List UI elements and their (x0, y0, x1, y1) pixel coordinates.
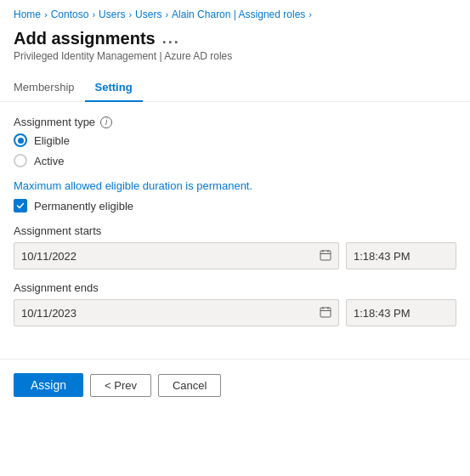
assignment-starts-row: 10/11/2022 1:18:43 PM (14, 242, 456, 269)
start-calendar-icon[interactable] (320, 249, 331, 264)
start-time-value: 1:18:43 PM (354, 250, 411, 263)
radio-eligible[interactable]: Eligible (14, 133, 456, 147)
cancel-button[interactable]: Cancel (158, 374, 221, 397)
assignment-type-label: Assignment type i (14, 116, 456, 128)
start-date-value: 10/11/2022 (21, 250, 76, 263)
assign-button[interactable]: Assign (14, 373, 83, 397)
assignment-ends-label: Assignment ends (14, 281, 456, 294)
breadcrumb-sep-3: › (128, 9, 132, 20)
more-options-icon[interactable]: ... (162, 30, 180, 48)
start-date-input[interactable]: 10/11/2022 (14, 242, 339, 269)
assignment-ends-field: Assignment ends 10/11/2023 1:18:43 PM (14, 281, 456, 326)
checkmark-icon (16, 201, 25, 210)
end-calendar-icon[interactable] (320, 306, 331, 320)
permanently-eligible-checkbox[interactable] (14, 199, 27, 212)
page-header: Add assignments ... Privileged Identity … (0, 26, 470, 67)
footer: Assign < Prev Cancel (0, 359, 470, 411)
radio-eligible-label: Eligible (34, 134, 70, 147)
permanently-eligible-label: Permanently eligible (34, 200, 133, 212)
form-content: Assignment type i Eligible Active Maximu… (0, 102, 470, 352)
breadcrumb-users-1[interactable]: Users (99, 8, 125, 20)
tabs: Membership Setting (0, 74, 470, 102)
radio-active-label: Active (34, 155, 64, 167)
end-date-input[interactable]: 10/11/2023 (14, 299, 339, 326)
assignment-type-field: Assignment type i Eligible Active (14, 116, 456, 167)
end-time-input[interactable]: 1:18:43 PM (346, 299, 456, 326)
breadcrumb-contoso[interactable]: Contoso (51, 8, 89, 20)
radio-active-circle (14, 154, 27, 167)
permanently-eligible-row[interactable]: Permanently eligible (14, 199, 456, 212)
page-title-text: Add assignments (14, 29, 156, 48)
prev-button[interactable]: < Prev (90, 374, 151, 397)
tab-setting[interactable]: Setting (85, 74, 143, 102)
info-message: Maximum allowed eligible duration is per… (14, 179, 456, 192)
svg-rect-4 (320, 308, 331, 317)
breadcrumb-users-2[interactable]: Users (135, 8, 161, 20)
radio-eligible-circle (14, 133, 27, 147)
breadcrumb-assigned-roles[interactable]: Alain Charon | Assigned roles (172, 8, 305, 20)
radio-active[interactable]: Active (14, 154, 456, 167)
breadcrumb-sep-1: › (44, 9, 48, 20)
end-time-value: 1:18:43 PM (354, 307, 411, 320)
end-date-value: 10/11/2023 (21, 307, 76, 320)
tab-membership[interactable]: Membership (14, 74, 85, 102)
breadcrumb-sep-2: › (92, 9, 95, 20)
page-subtitle: Privileged Identity Management | Azure A… (14, 50, 456, 62)
assignment-starts-field: Assignment starts 10/11/2022 1:18:43 PM (14, 224, 456, 269)
start-time-input[interactable]: 1:18:43 PM (346, 242, 456, 269)
breadcrumb-home[interactable]: Home (14, 8, 41, 20)
breadcrumb-sep-4: › (165, 9, 168, 20)
assignment-type-radio-group: Eligible Active (14, 133, 456, 167)
svg-rect-0 (320, 251, 331, 260)
page-title-row: Add assignments ... (14, 29, 456, 48)
assignment-starts-label: Assignment starts (14, 224, 456, 237)
assignment-ends-row: 10/11/2023 1:18:43 PM (14, 299, 456, 326)
breadcrumb-sep-5: › (309, 9, 312, 20)
breadcrumb: Home › Contoso › Users › Users › Alain C… (0, 0, 470, 26)
assignment-type-info-icon[interactable]: i (100, 116, 112, 128)
